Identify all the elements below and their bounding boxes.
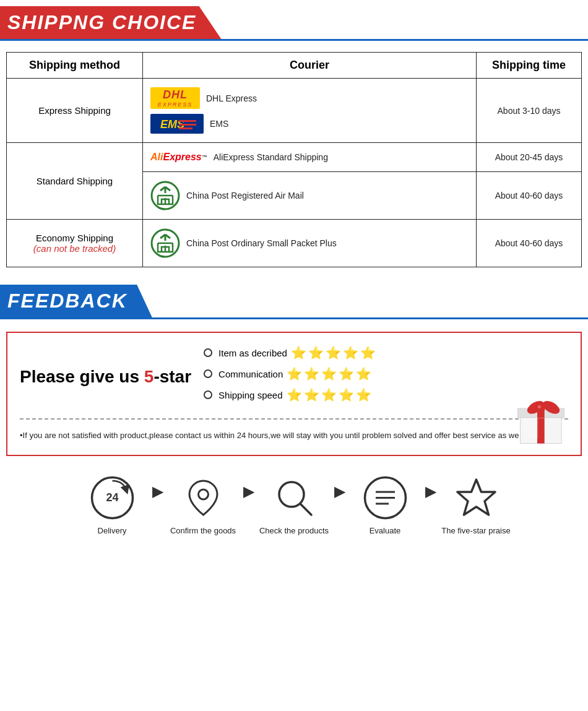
courier-chinapost-row1: China Post Registered Air Mail [150, 178, 469, 213]
feedback-left: Please give us 5-star [20, 367, 191, 387]
svg-rect-17 [523, 418, 538, 438]
process-section: 24 Delivery ▶ Confirm the goods ▶ [0, 462, 588, 548]
courier-dhl-row: DHL EXPRESS DHL Express [150, 85, 469, 111]
list-icon [362, 475, 409, 521]
svg-point-16 [538, 405, 541, 408]
arrow-2: ▶ [243, 484, 254, 500]
table-row: Economy Shipping (can not be tracked) [7, 220, 582, 267]
chinapost-name-1: China Post Registered Air Mail [186, 191, 304, 200]
dhl-name: DHL Express [206, 93, 257, 103]
please-label: Please give us [20, 367, 144, 386]
shipping-table: Shipping method Courier Shipping time Ex… [6, 52, 582, 267]
rating-label-1: Item as decribed [218, 348, 287, 358]
courier-aliexpress: AliExpress™ AliExpress Standard Shipping [143, 143, 477, 172]
method-standard: Standard Shipping [7, 143, 143, 220]
stars-3: ⭐ ⭐ ⭐ ⭐ ⭐ [287, 387, 371, 402]
method-economy: Economy Shipping (can not be tracked) [7, 220, 143, 267]
rating-row-communication: Communication ⭐ ⭐ ⭐ ⭐ ⭐ [204, 366, 568, 381]
stars-2: ⭐ ⭐ ⭐ ⭐ ⭐ [287, 366, 371, 381]
courier-economy: China Post Ordinary Small Packet Plus [143, 220, 477, 267]
ali-name: AliExpress Standard Shipping [214, 152, 328, 162]
star-icon: ⭐ [304, 366, 319, 381]
chinapost-name-2: China Post Ordinary Small Packet Plus [186, 238, 337, 248]
svg-text:24: 24 [106, 491, 118, 504]
courier-chinapost-row2: China Post Ordinary Small Packet Plus [150, 226, 469, 261]
shipping-header: SHIPPNG CHOICE [0, 6, 588, 39]
star-outline-icon [453, 475, 499, 521]
step-check: Check the products [254, 475, 334, 535]
rating-circle-2 [204, 369, 212, 378]
svg-line-22 [301, 504, 311, 515]
step-fivestar: The five-star praise [436, 475, 516, 535]
search-icon [271, 475, 318, 521]
chinapost-logo-2 [150, 228, 180, 258]
rating-circle-1 [204, 348, 212, 357]
time-standard-chinapost: About 40-60 days [477, 172, 582, 220]
arrow-3: ▶ [334, 484, 345, 500]
please-text: Please give us 5-star [20, 367, 191, 386]
step-label-check: Check the products [259, 526, 329, 535]
svg-marker-27 [457, 480, 495, 515]
svg-rect-10 [537, 415, 545, 444]
shipping-title: SHIPPNG CHOICE [7, 11, 196, 33]
aliexpress-logo: AliExpress™ [150, 152, 207, 163]
th-shipping-method: Shipping method [7, 53, 143, 79]
clock-24h-icon: 24 [89, 475, 136, 521]
arrow-1: ▶ [152, 484, 163, 500]
star-icon: ⭐ [326, 345, 341, 360]
feedback-inner: Please give us 5-star Item as decribed ⭐… [20, 345, 568, 408]
stars-1: ⭐ ⭐ ⭐ ⭐ ⭐ [291, 345, 376, 360]
time-standard-ali: About 20-45 days [477, 143, 582, 172]
svg-point-15 [537, 404, 545, 412]
step-label-fivestar: The five-star praise [441, 526, 510, 535]
star-icon: ⭐ [304, 387, 319, 402]
star-icon: ⭐ [321, 387, 337, 402]
star-icon: ⭐ [287, 387, 302, 402]
star-icon: ⭐ [360, 345, 376, 360]
rating-row-item: Item as decribed ⭐ ⭐ ⭐ ⭐ ⭐ [204, 345, 568, 360]
step-label-confirm: Confirm the goods [170, 526, 236, 535]
svg-point-20 [198, 489, 208, 499]
svg-rect-4 [179, 127, 192, 129]
step-delivery: 24 Delivery [72, 475, 152, 535]
table-row: Express Shipping DHL EXPRESS DHL Express [7, 79, 582, 143]
star-icon: ⭐ [321, 366, 337, 381]
table-row: Standard Shipping AliExpress™ AliExpress… [7, 143, 582, 172]
star-icon: ⭐ [356, 366, 371, 381]
rating-label-2: Communication [218, 369, 283, 379]
blue-divider-2 [0, 317, 588, 319]
svg-point-21 [279, 482, 304, 507]
dashed-divider [20, 418, 568, 420]
five-label: 5 [144, 367, 154, 386]
star-icon: ⭐ [356, 387, 371, 402]
gift-box-decoration [512, 387, 574, 449]
courier-chinapost1: China Post Registered Air Mail [143, 172, 477, 220]
th-shipping-time: Shipping time [477, 53, 582, 79]
star-label: -star [153, 367, 191, 386]
star-icon: ⭐ [308, 345, 324, 360]
feedback-header: FEEDBACK [0, 285, 588, 317]
step-label-delivery: Delivery [98, 526, 127, 535]
ems-logo: EMS [150, 114, 204, 134]
svg-rect-3 [179, 124, 196, 126]
step-label-evaluate: Evaluate [370, 526, 401, 535]
rating-circle-3 [204, 390, 212, 399]
courier-ali-row: AliExpress™ AliExpress Standard Shipping [150, 149, 469, 165]
star-icon: ⭐ [291, 345, 306, 360]
star-icon: ⭐ [343, 345, 358, 360]
location-pin-icon [180, 475, 227, 521]
time-express: About 3-10 days [477, 79, 582, 143]
shipping-table-wrap: Shipping method Courier Shipping time Ex… [0, 41, 588, 274]
courier-express: DHL EXPRESS DHL Express EMS [143, 79, 477, 143]
star-icon: ⭐ [339, 366, 354, 381]
chinapost-logo-1 [150, 181, 180, 210]
step-confirm: Confirm the goods [163, 475, 243, 535]
feedback-box: Please give us 5-star Item as decribed ⭐… [6, 332, 582, 456]
rating-label-3: Shipping speed [218, 390, 282, 400]
ems-name: EMS [210, 119, 228, 129]
star-icon: ⭐ [287, 366, 302, 381]
arrow-4: ▶ [425, 484, 436, 500]
svg-rect-2 [179, 120, 196, 122]
method-express: Express Shipping [7, 79, 143, 143]
courier-ems-row: EMS EMS [150, 111, 469, 136]
